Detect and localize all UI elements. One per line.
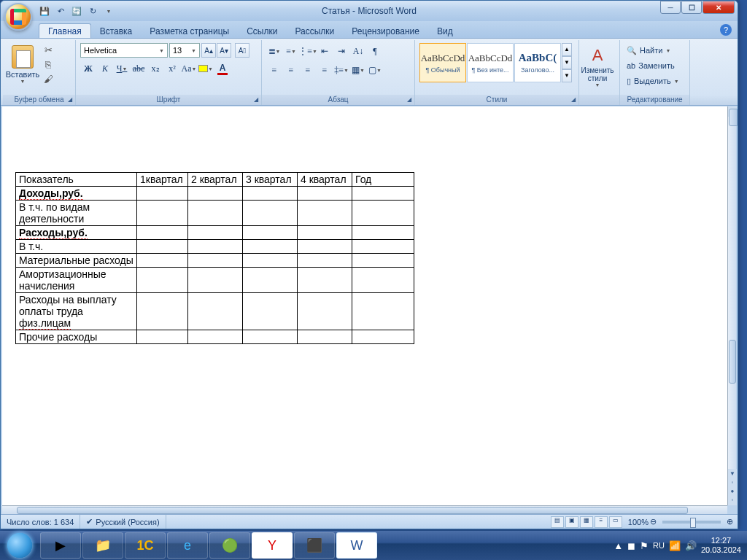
scroll-thumb[interactable] <box>729 340 736 384</box>
clipboard-launcher-icon[interactable]: ◢ <box>66 96 74 104</box>
highlight-button[interactable]: ▼ <box>198 61 214 77</box>
table-header[interactable]: 1квартал <box>137 173 188 187</box>
taskbar-chrome[interactable]: 🟢 <box>209 532 250 559</box>
sort-button[interactable]: A↓ <box>350 43 366 59</box>
next-page-icon[interactable]: ◦ <box>728 495 737 505</box>
vertical-scrollbar[interactable]: ▲ ▼ ◦ ● ◦ <box>727 106 736 505</box>
tray-volume-icon[interactable]: 🔊 <box>685 540 697 551</box>
select-button[interactable]: ▯Выделить▼ <box>624 74 681 88</box>
shrink-font-button[interactable]: A▾ <box>217 43 231 58</box>
subscript-button[interactable]: x₂ <box>147 61 163 77</box>
paragraph-launcher-icon[interactable]: ◢ <box>406 96 413 104</box>
tray-network-icon[interactable]: 📶 <box>669 540 681 551</box>
zoom-out-button[interactable]: ⊖ <box>650 517 657 526</box>
taskbar-media-player[interactable]: ▶ <box>40 532 81 559</box>
draft-view-button[interactable]: ▭ <box>609 516 622 528</box>
tab-view[interactable]: Вид <box>428 24 462 38</box>
maximize-button[interactable]: ☐ <box>681 1 702 14</box>
align-left-button[interactable]: ≡ <box>266 62 282 78</box>
line-spacing-button[interactable]: ‡≡▼ <box>333 62 349 78</box>
justify-button[interactable]: ≡ <box>317 62 333 78</box>
tab-insert[interactable]: Вставка <box>91 24 142 38</box>
tray-flag-icon[interactable]: ⚑ <box>640 540 649 551</box>
qat-undo-icon[interactable]: ↶ <box>53 4 68 18</box>
show-marks-button[interactable]: ¶ <box>367 43 383 59</box>
clear-formatting-button[interactable]: A⃠ <box>235 43 249 58</box>
qat-save-icon[interactable]: 💾 <box>37 4 52 18</box>
zoom-slider[interactable] <box>662 521 721 524</box>
table-header[interactable]: 3 квартал <box>243 173 298 187</box>
align-right-button[interactable]: ≡ <box>300 62 316 78</box>
taskbar-yandex[interactable]: Y <box>252 532 293 559</box>
copy-icon[interactable]: ⎘ <box>41 59 55 72</box>
minimize-button[interactable]: ─ <box>660 1 681 14</box>
shading-button[interactable]: ▦▼ <box>350 62 366 78</box>
font-color-button[interactable]: A <box>214 61 231 77</box>
office-button[interactable] <box>4 3 32 31</box>
strikethrough-button[interactable]: abc <box>131 61 147 77</box>
qat-customize-icon[interactable]: ▼ <box>101 4 116 18</box>
paste-button[interactable]: Вставить ▼ <box>6 42 39 91</box>
font-name-combo[interactable]: Helvetica▼ <box>80 43 168 58</box>
tab-home[interactable]: Главная <box>39 23 91 38</box>
close-button[interactable]: ✕ <box>703 1 735 14</box>
table-header[interactable]: 4 квартал <box>298 173 352 187</box>
word-count[interactable]: Число слов: 1 634 <box>1 515 80 529</box>
style-heading1[interactable]: AaBbC( Заголово... <box>514 43 561 82</box>
font-launcher-icon[interactable]: ◢ <box>252 96 260 104</box>
taskbar-explorer[interactable]: 📁 <box>82 532 123 559</box>
qat-more-icon[interactable]: ↻ <box>85 4 100 18</box>
tab-mailings[interactable]: Рассылки <box>286 24 343 38</box>
multilevel-button[interactable]: ⋮≡▼ <box>300 43 316 59</box>
start-button[interactable] <box>0 531 39 560</box>
hscroll-thumb[interactable] <box>17 507 688 514</box>
bold-button[interactable]: Ж <box>80 61 96 77</box>
underline-button[interactable]: Ч ▼ <box>114 61 130 77</box>
print-layout-view-button[interactable]: ▤ <box>551 516 564 528</box>
taskbar-word[interactable]: W <box>336 532 377 559</box>
taskbar-app1[interactable]: ⬛ <box>294 532 335 559</box>
grow-font-button[interactable]: A▴ <box>201 43 216 58</box>
tray-clock[interactable]: 12:27 20.03.2024 <box>701 536 741 555</box>
decrease-indent-button[interactable]: ⇤ <box>317 43 333 59</box>
italic-button[interactable]: К <box>97 61 113 77</box>
document-area[interactable]: Показатель 1квартал 2 квартал 3 квартал … <box>2 106 727 505</box>
borders-button[interactable]: ▢▼ <box>367 62 383 78</box>
zoom-in-button[interactable]: ⊕ <box>727 517 733 526</box>
language-status[interactable]: ✔Русский (Россия) <box>80 515 166 529</box>
change-styles-button[interactable]: A Изменить стили ▼ <box>582 42 613 91</box>
bullets-button[interactable]: ≣▼ <box>266 43 282 59</box>
taskbar-ie[interactable]: e <box>167 532 208 559</box>
document-table[interactable]: Показатель 1квартал 2 квартал 3 квартал … <box>15 172 414 344</box>
style-no-spacing[interactable]: AaBbCcDd ¶ Без инте... <box>467 43 514 82</box>
table-header[interactable]: Год <box>352 173 414 187</box>
tray-app-icon[interactable]: ◼ <box>627 540 635 551</box>
table-header[interactable]: Показатель <box>16 173 137 187</box>
tray-language[interactable]: RU <box>653 541 665 550</box>
cut-icon[interactable]: ✂ <box>41 44 55 58</box>
tab-review[interactable]: Рецензирование <box>343 24 428 38</box>
change-case-button[interactable]: Aa▼ <box>181 61 197 77</box>
increase-indent-button[interactable]: ⇥ <box>333 43 349 59</box>
horizontal-scrollbar[interactable] <box>2 505 727 514</box>
styles-scroll[interactable]: ▲▼▼ <box>562 43 572 82</box>
align-center-button[interactable]: ≡ <box>283 62 299 78</box>
format-painter-icon[interactable]: 🖌 <box>41 74 55 87</box>
find-button[interactable]: 🔍Найти▼ <box>624 43 681 58</box>
full-screen-view-button[interactable]: ▣ <box>565 516 578 528</box>
zoom-level[interactable]: 100% <box>628 518 649 526</box>
tab-page-layout[interactable]: Разметка страницы <box>141 24 238 38</box>
superscript-button[interactable]: x² <box>164 61 180 77</box>
style-normal[interactable]: AaBbCcDd ¶ Обычный <box>419 43 466 82</box>
numbering-button[interactable]: ≡▼ <box>283 43 299 59</box>
tray-show-hidden-icon[interactable]: ▲ <box>614 540 623 551</box>
help-icon[interactable]: ? <box>720 24 732 36</box>
taskbar-1c[interactable]: 1C <box>125 532 166 559</box>
side-panel-handle[interactable] <box>729 109 738 126</box>
qat-redo-icon[interactable]: 🔄 <box>69 4 84 18</box>
table-header[interactable]: 2 квартал <box>188 173 243 187</box>
styles-launcher-icon[interactable]: ◢ <box>570 96 577 104</box>
tab-references[interactable]: Ссылки <box>238 24 286 38</box>
web-layout-view-button[interactable]: ▦ <box>580 516 593 528</box>
outline-view-button[interactable]: ≡ <box>595 516 608 528</box>
